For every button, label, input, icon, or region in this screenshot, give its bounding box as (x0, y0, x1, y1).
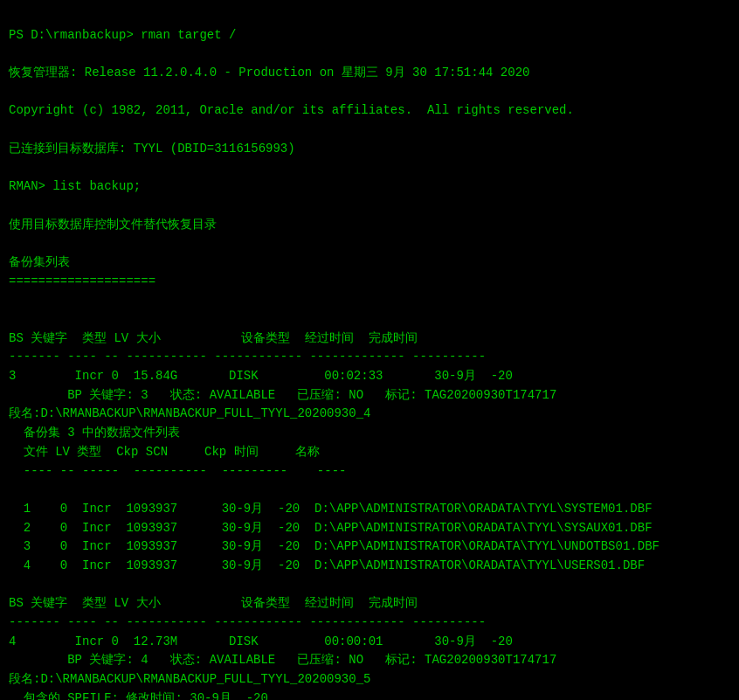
terminal-line: PS D:\rmanbackup> rman target / (9, 26, 730, 45)
terminal-line (9, 234, 730, 253)
terminal-line: 备份集 3 中的数据文件列表 (9, 424, 730, 443)
terminal-line: ---- -- ----- ---------- --------- ---- (9, 462, 730, 482)
terminal-line (9, 291, 730, 310)
terminal-line: 恢复管理器: Release 11.2.0.4.0 - Production o… (9, 64, 730, 83)
terminal-line: 2 0 Incr 1093937 30-9月 -20 D:\APP\ADMINI… (9, 519, 730, 538)
terminal-line: BS 关键字 类型 LV 大小 设备类型 经过时间 完成时间 (9, 329, 730, 349)
terminal-line (9, 197, 730, 216)
terminal-line: ------- ---- -- ----------- ------------… (9, 613, 730, 633)
terminal-line: 文件 LV 类型 Ckp SCN Ckp 时间 名称 (9, 443, 730, 462)
terminal-line: 4 0 Incr 1093937 30-9月 -20 D:\APP\ADMINI… (9, 557, 730, 576)
terminal-line: RMAN> list backup; (9, 177, 730, 197)
terminal-line: 1 0 Incr 1093937 30-9月 -20 D:\APP\ADMINI… (9, 500, 730, 519)
terminal-line (9, 159, 730, 178)
terminal-line (9, 83, 730, 102)
terminal-line: 3 0 Incr 1093937 30-9月 -20 D:\APP\ADMINI… (9, 537, 730, 557)
terminal-line: BP 关键字: 4 状态: AVAILABLE 已压缩: NO 标记: TAG2… (9, 651, 730, 670)
terminal-line (9, 45, 730, 64)
terminal-line: 使用目标数据库控制文件替代恢复目录 (9, 216, 730, 235)
terminal-line: BP 关键字: 3 状态: AVAILABLE 已压缩: NO 标记: TAG2… (9, 386, 730, 405)
terminal-line (9, 310, 730, 329)
terminal-line (9, 481, 730, 500)
terminal-line: 包含的 SPFILE: 修改时间: 30-9月 -20 (9, 690, 730, 700)
terminal-line: ==================== (9, 273, 730, 292)
terminal-line: 3 Incr 0 15.84G DISK 00:02:33 30-9月 -20 (9, 367, 730, 386)
terminal-line: Copyright (c) 1982, 2011, Oracle and/or … (9, 101, 730, 121)
terminal-line (9, 121, 730, 140)
terminal-line: BS 关键字 类型 LV 大小 设备类型 经过时间 完成时间 (9, 594, 730, 613)
terminal-line: 已连接到目标数据库: TYYL (DBID=3116156993) (9, 140, 730, 159)
terminal-line: 备份集列表 (9, 253, 730, 273)
terminal-line: ------- ---- -- ----------- ------------… (9, 348, 730, 367)
terminal-line: 段名:D:\RMANBACKUP\RMANBACKUP_FULL_TYYL_20… (9, 405, 730, 424)
terminal-line: 4 Incr 0 12.73M DISK 00:00:01 30-9月 -20 (9, 633, 730, 652)
terminal-output: PS D:\rmanbackup> rman target / 恢复管理器: R… (9, 7, 730, 700)
terminal-line: 段名:D:\RMANBACKUP\RMANBACKUP_FULL_TYYL_20… (9, 670, 730, 690)
terminal-line (9, 576, 730, 595)
